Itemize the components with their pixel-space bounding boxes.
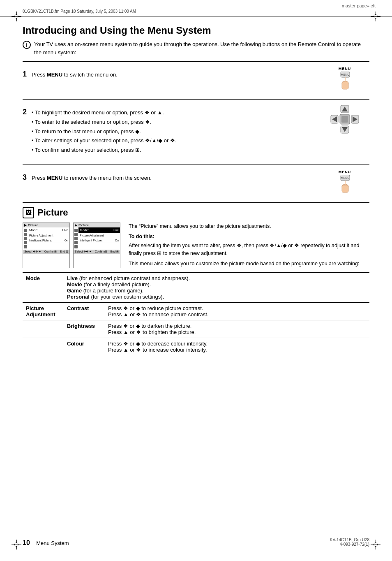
- dpad-svg: [330, 104, 360, 134]
- mode-desc: Live (for enhanced picture contrast and …: [64, 272, 369, 302]
- step-2: 2 To highlight the desired menu or optio…: [23, 109, 320, 155]
- picture-description: The “Picture” menu allows you to alter t…: [129, 223, 369, 268]
- info-box: i Your TV uses an on-screen menu system …: [23, 40, 369, 56]
- menu-button-illustration: MENU MENU: [336, 67, 354, 94]
- file-info: 01GBKV21CT1B.fm Page 10 Saturday, July 5…: [0, 8, 392, 16]
- picture-adj-label: PictureAdjustment: [23, 302, 64, 320]
- screen-header-1: ▶ Picture: [23, 223, 69, 227]
- divider-1: [23, 61, 369, 62]
- step-2-item-3: To return to the last menu or option, pr…: [32, 128, 320, 136]
- svg-rect-18: [342, 185, 348, 192]
- main-content: Introducing and Using the Menu System i …: [0, 16, 392, 359]
- footer-label: Menu System: [36, 540, 69, 546]
- table-row-colour: Colour Press ❖ or ◆ to decrease colour i…: [23, 338, 369, 355]
- brightness-label: Brightness: [64, 320, 105, 338]
- picture-desc-p1: The “Picture” menu allows you to alter t…: [129, 223, 369, 230]
- picture-todo-label: To do this:: [129, 233, 369, 241]
- footer-divider: |: [32, 540, 34, 546]
- colour-desc: Press ❖ or ◆ to decrease colour intensit…: [105, 338, 369, 355]
- step-1-content: Press MENU to switch the menu on.: [32, 71, 320, 79]
- svg-text:MENU: MENU: [341, 73, 349, 76]
- picture-section-title: 🖼 Picture: [23, 207, 369, 218]
- page-number: 10: [23, 539, 30, 547]
- master-page-label: master page=left: [0, 0, 392, 8]
- step-2-num: 2: [23, 108, 32, 116]
- crosshair-top-left: [12, 12, 21, 21]
- menu-button-illustration-2: MENU MENU: [336, 170, 354, 197]
- picture-icon: 🖼: [23, 207, 34, 218]
- hand-press-svg: MENU: [336, 72, 354, 94]
- table-row-brightness: Brightness Press ❖ or ◆ to darken the pi…: [23, 320, 369, 338]
- step-2-image: [320, 104, 369, 134]
- hand-press-svg-2: MENU: [336, 175, 354, 197]
- step-3-image: MENU MENU: [320, 170, 369, 197]
- menu-label-2: MENU: [339, 170, 351, 174]
- step-3-bold: MENU: [47, 175, 62, 181]
- step-2-content: To highlight the desired menu or option,…: [32, 109, 320, 155]
- section1-title: Introducing and Using the Menu System: [23, 25, 369, 36]
- menu-label: MENU: [339, 67, 351, 71]
- svg-text:MENU: MENU: [341, 176, 349, 179]
- step-2-list: To highlight the desired menu or option,…: [32, 109, 320, 155]
- brightness-empty-label: [23, 320, 64, 338]
- step-3: 3 Press MENU to remove the menu from the…: [23, 174, 320, 183]
- page-container: master page=left 01GBKV21CT1B.fm Page 10…: [0, 0, 392, 561]
- picture-desc-p2: This menu also allows you to customize t…: [129, 260, 369, 268]
- mode-label: Mode: [23, 272, 64, 302]
- divider-3: [23, 165, 369, 165]
- step-2-item-5: To confirm and store your selection, pre…: [32, 146, 320, 155]
- svg-rect-3: [342, 82, 348, 89]
- step-2-item-4: To alter settings of your selected optio…: [32, 137, 320, 145]
- screen-mock-2: ▶ Picture: [73, 223, 120, 268]
- divider-2: [23, 99, 369, 100]
- step-2-item-2: To enter to the selected menu or option,…: [32, 118, 320, 127]
- step-3-num: 3: [23, 173, 32, 182]
- info-icon: i: [23, 41, 31, 49]
- footer-right-line2: 4-093-927-72(1): [330, 542, 369, 547]
- colour-label: Colour: [64, 338, 105, 355]
- footer-right-line1: KV-14CT1B_Grp U28: [330, 538, 369, 542]
- divider-4: [23, 202, 369, 203]
- svg-rect-14: [341, 116, 348, 123]
- footer-right: KV-14CT1B_Grp U28 4-093-927-72(1): [330, 538, 369, 547]
- picture-section: 🖼 Picture ▶ Picture: [23, 207, 369, 355]
- step-1-bold: MENU: [47, 72, 62, 78]
- step-1: 1 Press MENU to switch the menu on.: [23, 71, 320, 79]
- step-2-item-1: To highlight the desired menu or option,…: [32, 109, 320, 117]
- picture-body: ▶ Picture: [23, 223, 369, 268]
- page-number-area: 10 | Menu System: [23, 539, 69, 547]
- picture-title-text: Picture: [37, 207, 68, 218]
- colour-empty-label: [23, 338, 64, 355]
- screen-header-2: ▶ Picture: [74, 223, 120, 227]
- settings-table: Mode Live (for enhanced picture contrast…: [23, 272, 369, 355]
- table-row-mode: Mode Live (for enhanced picture contrast…: [23, 272, 369, 302]
- contrast-desc: Press ❖ or ◆ to reduce picture contrast.…: [105, 302, 369, 320]
- page-footer: 10 | Menu System KV-14CT1B_Grp U28 4-093…: [0, 538, 392, 547]
- table-row-contrast: PictureAdjustment Contrast Press ❖ or ◆ …: [23, 302, 369, 320]
- brightness-desc: Press ❖ or ◆ to darken the picture. Pres…: [105, 320, 369, 338]
- contrast-label: Contrast: [64, 302, 105, 320]
- picture-screens: ▶ Picture: [23, 223, 120, 268]
- step-1-image: MENU MENU: [320, 67, 369, 94]
- picture-todo-text: After selecting the item you want to alt…: [129, 242, 369, 258]
- info-text: Your TV uses an on-screen menu system to…: [34, 40, 369, 56]
- screen-mock-1: ▶ Picture: [23, 223, 70, 268]
- step-3-content: Press MENU to remove the menu from the s…: [32, 174, 320, 183]
- step-1-num: 1: [23, 70, 32, 79]
- crosshair-top-right: [371, 12, 380, 21]
